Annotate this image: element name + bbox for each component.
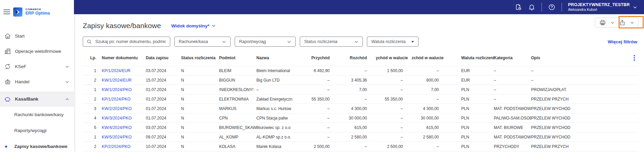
document-number-link[interactable]: KW/3/2024/PKO: [102, 116, 146, 121]
account-menu[interactable]: PROJEKTYWNETRZ_TESTBR Aleksandra Kuboń: [568, 2, 637, 12]
column-header[interactable]: Data zapisu: [146, 56, 181, 60]
table-row[interactable]: 2KP/1/2024/PKO01.07.2024NELEKTROWNIAZakł…: [83, 94, 639, 104]
filter-status-rozliczenia[interactable]: Status rozliczenia: [300, 37, 363, 47]
document-number-link[interactable]: KP/1/2024/EUR: [102, 68, 146, 73]
table-cell: KOLASA: [219, 144, 256, 149]
view-selector[interactable]: Widok domyślny*: [171, 23, 216, 28]
table-row[interactable]: 1KW/1/2024/PKO01.07.2024N!NIEOKREŚLONY!–…: [83, 85, 639, 94]
column-header[interactable]: Nazwa: [256, 56, 306, 60]
export-icon[interactable]: [619, 19, 626, 26]
column-settings-menu-icon[interactable]: [633, 55, 639, 61]
document-number-link[interactable]: KW/1/2024/EUR: [102, 78, 146, 83]
document-number-link[interactable]: KW/4/2024/PKO: [102, 125, 146, 130]
table-cell: –: [412, 68, 448, 73]
sidebar-subitem-zapisy-kasowe-bankowe[interactable]: Zapisy kasowe/bankowe: [0, 138, 74, 152]
table-cell: PLN: [448, 144, 494, 149]
chevron-down-icon[interactable]: [630, 21, 634, 25]
column-header[interactable]: Lp.: [83, 56, 102, 60]
filter-raport-wyciag[interactable]: Raport/wyciąg: [235, 37, 296, 47]
column-header[interactable]: Kategoria: [494, 56, 531, 60]
table-cell: –: [306, 116, 338, 121]
piggy-bank-icon: [4, 95, 11, 103]
table-cell: 55 350,00: [376, 97, 412, 102]
document-clock-icon[interactable]: [514, 3, 522, 11]
table-row[interactable]: 4KW/3/2024/PKO01.07.2024NCPNCPN Stacja p…: [83, 113, 639, 123]
table-cell: 1: [83, 87, 102, 92]
active-bullet-icon: [5, 146, 7, 148]
column-header[interactable]: Status rozliczenia: [181, 56, 219, 60]
table-cell: MAT. BIUROWE: [494, 125, 531, 130]
table-cell: 01.07.2024: [146, 116, 181, 121]
sidebar-item-start[interactable]: Start: [0, 28, 74, 44]
more-filters-link[interactable]: Więcej filtrów: [608, 39, 637, 44]
table-cell: !NIEOKREŚLONY!: [219, 87, 256, 92]
document-number-link[interactable]: KW/1/2024/PKO: [102, 87, 146, 92]
sidebar-subitem-rachunki-bankowe-kasy[interactable]: Rachunki bankowe/kasy: [0, 107, 74, 123]
document-number-link[interactable]: KP/2/2024/PKO: [102, 144, 146, 149]
table-cell: PALIWO-SAM.OSOB: [494, 116, 531, 121]
table-cell: –: [338, 68, 376, 73]
document-number-link[interactable]: KW/5/2024/PKO: [102, 135, 146, 139]
filter-waluta-rozliczenia[interactable]: Waluta rozliczenia: [367, 37, 418, 47]
table-cell: CPN Stacja paliw: [256, 116, 306, 121]
column-header[interactable]: Waluta rozliczenia: [448, 56, 494, 60]
filter-rachunek-kasa[interactable]: Rachunek/kasa: [174, 37, 231, 47]
table-cell: 4: [83, 116, 102, 121]
table-cell: 3: [83, 106, 102, 111]
table-cell: 2 580,00: [338, 135, 376, 139]
table-cell: –: [306, 87, 338, 92]
print-icon[interactable]: [599, 19, 606, 26]
table-cell: PRZELEW WYCHOD: [531, 106, 616, 111]
column-header[interactable]: Numer dokumentu: [102, 56, 146, 60]
help-icon[interactable]: [548, 3, 555, 11]
menu-toggle-icon[interactable]: [3, 9, 10, 14]
column-header[interactable]: zchód w walucie: [412, 56, 448, 60]
table-cell: AL-KOMP sp.z o.o.: [256, 135, 306, 139]
table-cell: –: [376, 106, 412, 111]
column-header[interactable]: Rozchód: [338, 56, 376, 60]
column-header[interactable]: Podmiot: [219, 56, 256, 60]
search-box[interactable]: [83, 37, 170, 47]
column-header[interactable]: Opis: [531, 56, 616, 60]
sidebar-item-kasa-bank[interactable]: Kasa/Bank: [0, 91, 74, 107]
table-cell: –: [338, 97, 376, 102]
table-cell: N: [181, 106, 219, 111]
table-cell: 01.07.2024: [146, 106, 181, 111]
brand-name: COMARCH ERP Optima: [25, 8, 50, 16]
table-cell: N: [181, 68, 219, 73]
table-row[interactable]: 2KW/1/2024/EUR15.07.2024NBIGGUNBig Gun L…: [83, 75, 639, 85]
sidebar-item-ksef[interactable]: KSeF: [0, 59, 74, 74]
sidebar-item-handel[interactable]: Handel: [0, 74, 74, 89]
table-cell: 03.07.2024: [146, 125, 181, 130]
table-row[interactable]: 2KP/2/2024/PKO10.07.2024NKOLASAMarek Kol…: [83, 142, 639, 151]
user-name: Aleksandra Kuboń: [568, 7, 630, 12]
table-row[interactable]: 5KW/4/2024/PKO03.07.2024NBIUROWIEC_SKAWB…: [83, 123, 639, 132]
column-header[interactable]: ychód w walucie: [376, 56, 412, 60]
table-cell: PRZYCHODY: [494, 144, 531, 149]
table-row[interactable]: 3KW/2/2024/PKO01.07.2024NMARKUSMarkus s.…: [83, 104, 639, 113]
sidebar-item-operacje-wielofirmowe[interactable]: Operacje wielofirmowe: [0, 44, 74, 59]
toolbar-actions: [595, 18, 639, 28]
table-cell: 1: [83, 68, 102, 73]
table-row[interactable]: 1KP/1/2024/EUR03.07.2024NBLEIMBleim Inte…: [83, 66, 639, 75]
table-cell: 30 000,00: [412, 116, 448, 121]
home-icon: [4, 32, 11, 40]
document-number-link[interactable]: KW/2/2024/PKO: [102, 106, 146, 111]
search-input[interactable]: [95, 39, 167, 44]
column-header[interactable]: Przychód: [306, 56, 338, 60]
document-number-link[interactable]: KP/1/2024/PKO: [102, 97, 146, 102]
table-cell: 10.07.2024: [146, 144, 181, 149]
notifications-bell-icon[interactable]: [528, 3, 535, 11]
filter-label: Rachunek/kasa: [179, 39, 208, 44]
table-cell: Biurowiec sp. z o.o: [256, 125, 306, 130]
sidebar-subitem-label: Zapisy kasowe/bankowe: [14, 144, 67, 149]
table-row[interactable]: 1KW/5/2024/PKO09.07.2024NAL_KOMPAL-KOMP …: [83, 132, 639, 142]
chevron-down-icon[interactable]: [610, 21, 614, 25]
sidebar-subitem-raporty-wyciagi[interactable]: Raporty/wyciągi: [0, 123, 74, 138]
table-cell: –: [494, 97, 531, 102]
table-cell: 01.07.2024: [146, 97, 181, 102]
table-cell: N: [181, 87, 219, 92]
table-cell: PLN: [448, 135, 494, 139]
table-cell: Marek Kolasa: [256, 144, 306, 149]
table-cell: 615,00: [412, 125, 448, 130]
